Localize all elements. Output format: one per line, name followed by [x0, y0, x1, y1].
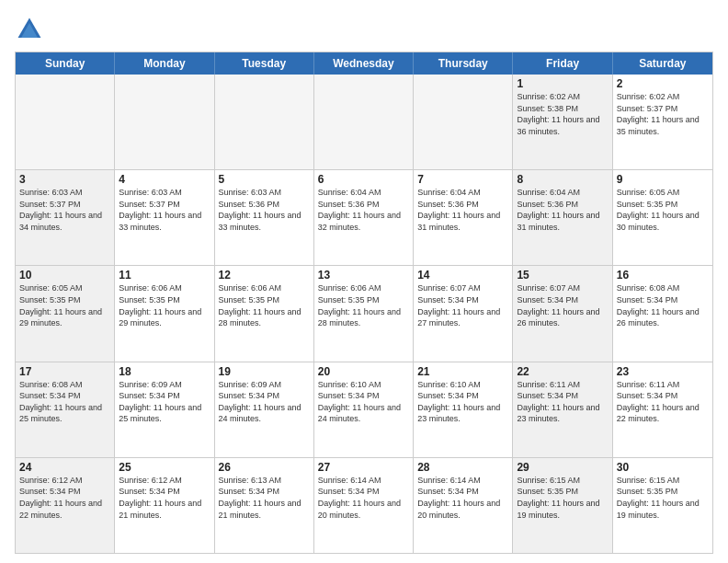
day-number: 27 — [318, 461, 409, 474]
day-cell: 3Sunrise: 6:03 AM Sunset: 5:37 PM Daylig… — [16, 170, 115, 265]
day-number: 5 — [219, 173, 310, 186]
day-cell: 27Sunrise: 6:14 AM Sunset: 5:34 PM Dayli… — [314, 458, 414, 553]
day-cell: 4Sunrise: 6:03 AM Sunset: 5:37 PM Daylig… — [115, 170, 214, 265]
day-number: 4 — [119, 173, 210, 186]
calendar-body: 1Sunrise: 6:02 AM Sunset: 5:38 PM Daylig… — [16, 75, 712, 553]
day-info: Sunrise: 6:13 AM Sunset: 5:34 PM Dayligh… — [219, 475, 310, 521]
day-number: 20 — [318, 365, 409, 378]
day-info: Sunrise: 6:06 AM Sunset: 5:35 PM Dayligh… — [119, 282, 210, 328]
day-number: 11 — [119, 269, 210, 282]
day-cell: 9Sunrise: 6:05 AM Sunset: 5:35 PM Daylig… — [613, 170, 712, 265]
weekday-header: Thursday — [414, 52, 513, 75]
day-cell: 12Sunrise: 6:06 AM Sunset: 5:35 PM Dayli… — [215, 266, 314, 361]
day-cell: 7Sunrise: 6:04 AM Sunset: 5:36 PM Daylig… — [414, 170, 513, 265]
day-info: Sunrise: 6:07 AM Sunset: 5:34 PM Dayligh… — [517, 282, 608, 328]
day-info: Sunrise: 6:03 AM Sunset: 5:36 PM Dayligh… — [219, 187, 310, 233]
calendar-row: 10Sunrise: 6:05 AM Sunset: 5:35 PM Dayli… — [16, 265, 712, 361]
weekday-header: Monday — [115, 52, 214, 75]
calendar-header: SundayMondayTuesdayWednesdayThursdayFrid… — [16, 52, 712, 75]
day-info: Sunrise: 6:11 AM Sunset: 5:34 PM Dayligh… — [617, 379, 709, 425]
day-info: Sunrise: 6:14 AM Sunset: 5:34 PM Dayligh… — [417, 475, 508, 521]
day-info: Sunrise: 6:04 AM Sunset: 5:36 PM Dayligh… — [517, 187, 608, 233]
day-number: 3 — [19, 173, 110, 186]
day-info: Sunrise: 6:15 AM Sunset: 5:35 PM Dayligh… — [617, 475, 709, 521]
day-number: 25 — [119, 461, 210, 474]
day-number: 8 — [517, 173, 608, 186]
day-info: Sunrise: 6:15 AM Sunset: 5:35 PM Dayligh… — [517, 475, 608, 521]
calendar: SundayMondayTuesdayWednesdayThursdayFrid… — [15, 52, 713, 554]
day-cell: 28Sunrise: 6:14 AM Sunset: 5:34 PM Dayli… — [414, 458, 513, 553]
empty-cell — [16, 75, 115, 169]
empty-cell — [414, 75, 513, 169]
day-number: 15 — [517, 269, 608, 282]
day-cell: 15Sunrise: 6:07 AM Sunset: 5:34 PM Dayli… — [513, 266, 612, 361]
day-info: Sunrise: 6:14 AM Sunset: 5:34 PM Dayligh… — [318, 475, 409, 521]
weekday-header: Friday — [513, 52, 612, 75]
day-info: Sunrise: 6:02 AM Sunset: 5:38 PM Dayligh… — [517, 91, 608, 137]
day-number: 9 — [617, 173, 709, 186]
day-cell: 17Sunrise: 6:08 AM Sunset: 5:34 PM Dayli… — [16, 362, 115, 457]
day-number: 19 — [219, 365, 310, 378]
day-number: 21 — [417, 365, 508, 378]
day-info: Sunrise: 6:06 AM Sunset: 5:35 PM Dayligh… — [318, 282, 409, 328]
day-number: 26 — [219, 461, 310, 474]
weekday-header: Sunday — [16, 52, 115, 75]
day-info: Sunrise: 6:09 AM Sunset: 5:34 PM Dayligh… — [219, 379, 310, 425]
day-cell: 2Sunrise: 6:02 AM Sunset: 5:37 PM Daylig… — [613, 75, 712, 169]
day-cell: 30Sunrise: 6:15 AM Sunset: 5:35 PM Dayli… — [613, 458, 712, 553]
day-cell: 8Sunrise: 6:04 AM Sunset: 5:36 PM Daylig… — [513, 170, 612, 265]
empty-cell — [115, 75, 214, 169]
day-info: Sunrise: 6:02 AM Sunset: 5:37 PM Dayligh… — [617, 91, 709, 137]
day-cell: 11Sunrise: 6:06 AM Sunset: 5:35 PM Dayli… — [115, 266, 214, 361]
day-number: 17 — [19, 365, 110, 378]
day-cell: 20Sunrise: 6:10 AM Sunset: 5:34 PM Dayli… — [314, 362, 414, 457]
day-info: Sunrise: 6:08 AM Sunset: 5:34 PM Dayligh… — [617, 282, 709, 328]
calendar-row: 24Sunrise: 6:12 AM Sunset: 5:34 PM Dayli… — [16, 457, 712, 553]
day-cell: 16Sunrise: 6:08 AM Sunset: 5:34 PM Dayli… — [613, 266, 712, 361]
day-info: Sunrise: 6:07 AM Sunset: 5:34 PM Dayligh… — [417, 282, 508, 328]
day-number: 13 — [318, 269, 409, 282]
day-info: Sunrise: 6:06 AM Sunset: 5:35 PM Dayligh… — [219, 282, 310, 328]
day-info: Sunrise: 6:11 AM Sunset: 5:34 PM Dayligh… — [517, 379, 608, 425]
day-number: 14 — [417, 269, 508, 282]
day-cell: 6Sunrise: 6:04 AM Sunset: 5:36 PM Daylig… — [314, 170, 414, 265]
day-number: 28 — [417, 461, 508, 474]
day-number: 18 — [119, 365, 210, 378]
day-info: Sunrise: 6:08 AM Sunset: 5:34 PM Dayligh… — [19, 379, 110, 425]
day-cell: 26Sunrise: 6:13 AM Sunset: 5:34 PM Dayli… — [215, 458, 314, 553]
day-number: 12 — [219, 269, 310, 282]
day-info: Sunrise: 6:05 AM Sunset: 5:35 PM Dayligh… — [617, 187, 709, 233]
calendar-row: 1Sunrise: 6:02 AM Sunset: 5:38 PM Daylig… — [16, 75, 712, 169]
day-cell: 24Sunrise: 6:12 AM Sunset: 5:34 PM Dayli… — [16, 458, 115, 553]
calendar-row: 17Sunrise: 6:08 AM Sunset: 5:34 PM Dayli… — [16, 362, 712, 457]
header — [15, 15, 713, 44]
day-cell: 29Sunrise: 6:15 AM Sunset: 5:35 PM Dayli… — [513, 458, 612, 553]
day-number: 29 — [517, 461, 608, 474]
day-info: Sunrise: 6:04 AM Sunset: 5:36 PM Dayligh… — [417, 187, 508, 233]
day-info: Sunrise: 6:05 AM Sunset: 5:35 PM Dayligh… — [19, 282, 110, 328]
weekday-header: Wednesday — [314, 52, 414, 75]
day-number: 2 — [617, 77, 709, 90]
day-info: Sunrise: 6:03 AM Sunset: 5:37 PM Dayligh… — [119, 187, 210, 233]
day-cell: 19Sunrise: 6:09 AM Sunset: 5:34 PM Dayli… — [215, 362, 314, 457]
day-cell: 23Sunrise: 6:11 AM Sunset: 5:34 PM Dayli… — [613, 362, 712, 457]
day-info: Sunrise: 6:12 AM Sunset: 5:34 PM Dayligh… — [119, 475, 210, 521]
day-cell: 21Sunrise: 6:10 AM Sunset: 5:34 PM Dayli… — [414, 362, 513, 457]
day-cell: 13Sunrise: 6:06 AM Sunset: 5:35 PM Dayli… — [314, 266, 414, 361]
day-cell: 10Sunrise: 6:05 AM Sunset: 5:35 PM Dayli… — [16, 266, 115, 361]
day-number: 1 — [517, 77, 608, 90]
calendar-row: 3Sunrise: 6:03 AM Sunset: 5:37 PM Daylig… — [16, 169, 712, 265]
weekday-header: Saturday — [613, 52, 712, 75]
day-info: Sunrise: 6:04 AM Sunset: 5:36 PM Dayligh… — [318, 187, 409, 233]
day-cell: 22Sunrise: 6:11 AM Sunset: 5:34 PM Dayli… — [513, 362, 612, 457]
day-info: Sunrise: 6:09 AM Sunset: 5:34 PM Dayligh… — [119, 379, 210, 425]
day-cell: 14Sunrise: 6:07 AM Sunset: 5:34 PM Dayli… — [414, 266, 513, 361]
day-number: 10 — [19, 269, 110, 282]
logo — [15, 15, 48, 44]
empty-cell — [215, 75, 314, 169]
day-number: 22 — [517, 365, 608, 378]
day-number: 30 — [617, 461, 709, 474]
day-cell: 1Sunrise: 6:02 AM Sunset: 5:38 PM Daylig… — [513, 75, 612, 169]
day-number: 24 — [19, 461, 110, 474]
page: SundayMondayTuesdayWednesdayThursdayFrid… — [0, 0, 728, 563]
